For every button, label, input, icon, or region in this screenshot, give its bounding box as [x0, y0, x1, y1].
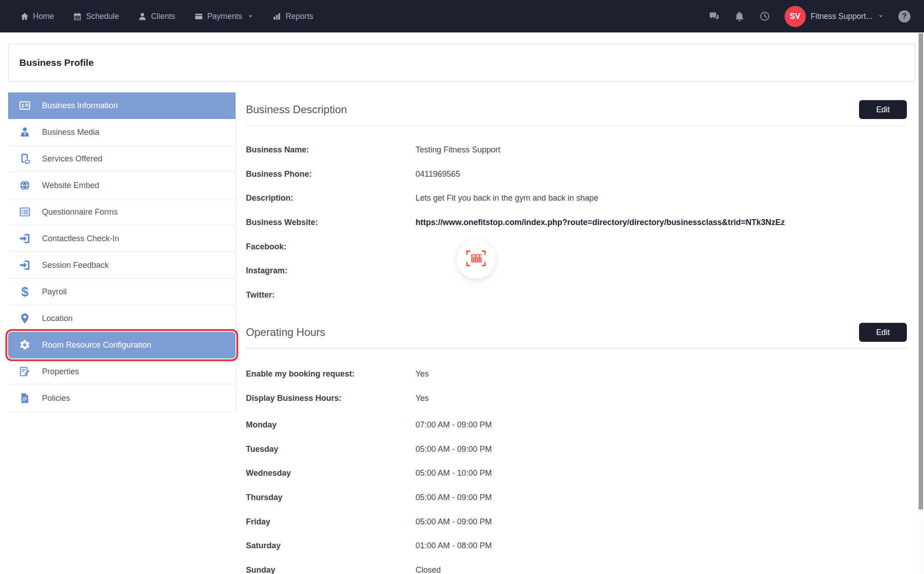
hours-row-tuesday: Tuesday 05:00 AM - 09:00 PM — [246, 445, 907, 469]
field-value: Testing Fitness Support — [416, 145, 500, 155]
dollar-icon: $ — [18, 285, 32, 298]
nav-item-home[interactable]: Home — [20, 12, 54, 21]
sidebar-item-business-media[interactable]: Business Media — [8, 119, 236, 146]
field-label: Twitter: — [246, 290, 416, 300]
sidebar-item-properties[interactable]: Properties — [8, 358, 236, 385]
id-card-icon — [18, 100, 32, 111]
sidebar-item-label: Business Information — [42, 101, 118, 110]
day-label: Saturday — [246, 541, 416, 551]
sidebar-item-label: Properties — [42, 367, 79, 377]
day-hours: 05:00 AM - 09:00 PM — [416, 517, 492, 527]
field-label: Business Phone: — [246, 170, 416, 179]
field-row-business-website: Business Website: https://www.onefitstop… — [246, 218, 907, 242]
nav-item-clients[interactable]: Clients — [138, 12, 176, 21]
hours-row-sunday: Sunday Closed — [246, 565, 907, 574]
hours-row-wednesday: Wednesday 05:00 AM - 10:00 PM — [246, 468, 907, 493]
user-tie-icon — [18, 126, 32, 138]
field-label: Facebook: — [246, 242, 416, 252]
day-hours: 05:00 AM - 10:00 PM — [416, 468, 492, 478]
sidebar-item-payroll[interactable]: $ Payroll — [8, 279, 236, 305]
sidebar-item-location[interactable]: Location — [8, 305, 236, 332]
globe-icon — [18, 179, 32, 191]
sidebar-item-label: Policies — [42, 394, 70, 403]
sidebar-item-label: Questionnaire Forms — [42, 207, 118, 217]
top-nav: Home Schedule Clients Payments Reports — [0, 0, 924, 32]
nav-right: SV Fitness Support... ? — [709, 6, 910, 27]
account-name: Fitness Support... — [811, 12, 873, 21]
nav-item-payments[interactable]: Payments — [194, 12, 254, 21]
clock-icon[interactable] — [759, 11, 770, 22]
sidebar-item-contactless-check-in[interactable]: Contactless Check-In — [8, 225, 236, 252]
hours-row-friday: Friday 05:00 AM - 09:00 PM — [246, 517, 907, 542]
edit-business-description-button[interactable]: Edit — [859, 100, 907, 119]
book-chat-icon — [18, 153, 32, 165]
field-label: Business Website: — [246, 218, 416, 227]
field-value: https://www.onefitstop.com/index.php?rou… — [416, 218, 785, 227]
sidebar-item-label: Contactless Check-In — [42, 234, 119, 243]
sidebar-item-room-resource-configuration[interactable]: Room Resource Configuration — [8, 332, 236, 358]
setting-row-enable-my-booking-request: Enable my booking request: Yes — [246, 369, 907, 394]
edit-operating-hours-button[interactable]: Edit — [859, 323, 907, 342]
user-icon — [138, 12, 147, 21]
sidebar-item-label: Website Embed — [42, 181, 99, 190]
scrollbar — [918, 32, 924, 574]
sidebar-item-label: Services Offered — [42, 154, 102, 164]
setting-value: Yes — [416, 369, 429, 379]
operating-hours-days: Monday 07:00 AM - 09:00 PM Tuesday 05:00… — [246, 420, 907, 574]
day-label: Sunday — [246, 565, 416, 574]
calendar-icon — [73, 12, 82, 21]
sidebar-item-label: Room Resource Configuration — [42, 340, 151, 350]
loading-badge — [457, 240, 495, 279]
setting-row-display-business-hours: Display Business Hours: Yes — [246, 394, 907, 418]
sidebar-item-questionnaire-forms[interactable]: Questionnaire Forms — [8, 199, 236, 225]
operating-hours-settings: Enable my booking request: Yes Display B… — [246, 369, 907, 418]
chat-icon[interactable] — [709, 11, 720, 22]
setting-value: Yes — [416, 394, 429, 403]
business-description-header: Business Description Edit — [246, 100, 907, 119]
hours-row-thursday: Thursday 05:00 AM - 09:00 PM — [246, 493, 907, 517]
sidebar-item-business-information[interactable]: Business Information — [8, 92, 236, 119]
chevron-down-icon — [247, 13, 254, 19]
field-label: Instagram: — [246, 266, 416, 276]
business-description-fields: Business Name: Testing Fitness Support B… — [246, 145, 907, 315]
day-label: Thursday — [246, 493, 416, 502]
day-label: Tuesday — [246, 445, 416, 454]
map-marker-icon — [18, 312, 32, 324]
field-row-business-phone: Business Phone: 0411969565 — [246, 170, 907, 194]
avatar[interactable]: SV — [785, 6, 806, 27]
help-icon[interactable]: ? — [898, 10, 910, 23]
home-icon — [20, 12, 29, 21]
day-label: Monday — [246, 420, 416, 430]
field-row-description: Description: Lets get Fit you back in th… — [246, 193, 907, 218]
sidebar-item-website-embed[interactable]: Website Embed — [8, 172, 236, 199]
nav-item-schedule[interactable]: Schedule — [73, 12, 119, 21]
gear-icon — [18, 339, 32, 351]
sidebar-item-label: Business Media — [42, 128, 99, 137]
nav-item-reports[interactable]: Reports — [273, 12, 313, 21]
sign-in-icon — [18, 259, 32, 271]
setting-label: Display Business Hours: — [246, 394, 416, 403]
field-row-business-name: Business Name: Testing Fitness Support — [246, 145, 907, 170]
sidebar-item-session-feedback[interactable]: Session Feedback — [8, 252, 236, 279]
hours-row-saturday: Saturday 01:00 AM - 08:00 PM — [246, 541, 907, 565]
scrollbar-thumb[interactable] — [919, 33, 923, 510]
section-title: Business Description — [246, 103, 347, 116]
account-menu[interactable]: SV Fitness Support... — [785, 6, 884, 27]
day-hours: 05:00 AM - 09:00 PM — [416, 445, 492, 454]
page-header-card: Business Profile — [8, 44, 915, 82]
setting-label: Enable my booking request: — [246, 369, 416, 379]
notifications-bell-icon[interactable] — [734, 11, 745, 22]
divider — [246, 126, 907, 126]
field-label: Description: — [246, 193, 416, 203]
day-hours: 01:00 AM - 08:00 PM — [416, 541, 492, 551]
operating-hours-header: Operating Hours Edit — [246, 323, 907, 342]
field-row-facebook: Facebook: — [246, 242, 907, 266]
edit-doc-icon — [18, 366, 32, 377]
sidebar-item-services-offered[interactable]: Services Offered — [8, 146, 236, 172]
sidebar: Business Information Business Media Serv… — [8, 92, 236, 412]
field-row-twitter: Twitter: — [246, 290, 907, 315]
field-value: 0411969565 — [416, 170, 460, 179]
day-hours: 05:00 AM - 09:00 PM — [416, 493, 492, 502]
sidebar-item-policies[interactable]: Policies — [8, 385, 236, 412]
nav-item-label: Schedule — [86, 12, 119, 21]
